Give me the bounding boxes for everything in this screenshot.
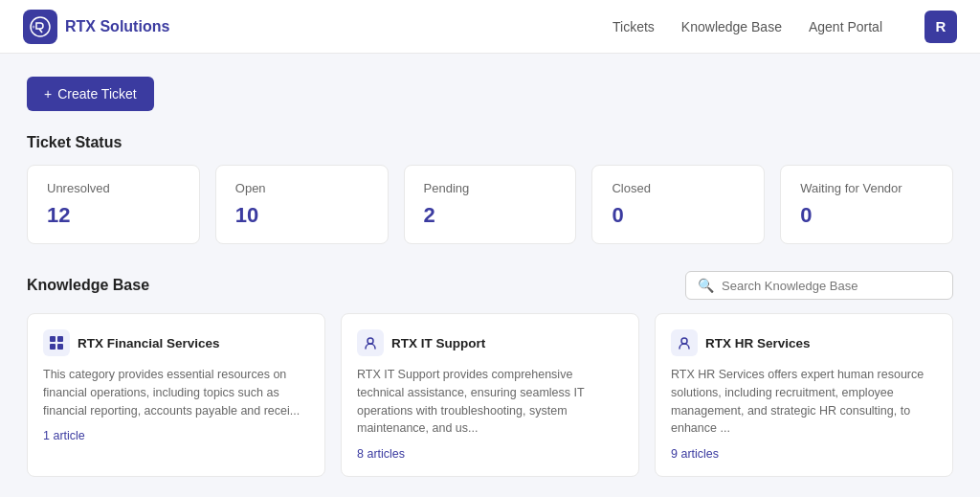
status-label-closed: Closed bbox=[612, 181, 745, 195]
svg-point-6 bbox=[368, 338, 373, 344]
kb-search-input[interactable] bbox=[722, 279, 941, 293]
knowledge-base-section: Knowledge Base 🔍 bbox=[27, 271, 953, 477]
main-content: + Create Ticket Ticket Status Unresolved… bbox=[0, 54, 980, 497]
logo-area: RTX Solutions bbox=[23, 10, 612, 44]
status-value-waiting: 0 bbox=[800, 203, 933, 228]
status-value-pending: 2 bbox=[424, 203, 557, 228]
header: RTX Solutions Tickets Knowledge Base Age… bbox=[0, 0, 980, 54]
plus-icon: + bbox=[44, 86, 52, 102]
kb-card-hr: RTX HR Services RTX HR Services offers e… bbox=[655, 313, 953, 477]
app-title: RTX Solutions bbox=[65, 18, 169, 35]
status-label-pending: Pending bbox=[424, 181, 557, 195]
svg-point-7 bbox=[681, 338, 687, 344]
kb-hr-desc: RTX HR Services offers expert human reso… bbox=[671, 366, 937, 438]
nav-knowledge-base[interactable]: Knowledge Base bbox=[681, 19, 782, 34]
kb-it-icon bbox=[357, 329, 384, 356]
kb-financial-articles[interactable]: 1 article bbox=[43, 429, 309, 442]
nav-tickets[interactable]: Tickets bbox=[612, 19, 655, 34]
status-card-closed: Closed 0 bbox=[591, 165, 765, 244]
status-card-unresolved: Unresolved 12 bbox=[27, 165, 200, 244]
create-ticket-label: Create Ticket bbox=[57, 86, 136, 102]
status-value-unresolved: 12 bbox=[47, 203, 180, 228]
svg-rect-3 bbox=[57, 336, 63, 342]
status-label-waiting: Waiting for Vendor bbox=[800, 181, 933, 195]
status-value-open: 10 bbox=[235, 203, 368, 228]
kb-search-container: 🔍 bbox=[685, 271, 953, 300]
ticket-status-title: Ticket Status bbox=[27, 134, 953, 151]
kb-cards: RTX Financial Services This category pro… bbox=[27, 313, 953, 477]
status-cards: Unresolved 12 Open 10 Pending 2 Closed 0… bbox=[27, 165, 953, 244]
ticket-status-section: Ticket Status Unresolved 12 Open 10 Pend… bbox=[27, 134, 953, 244]
kb-card-it-header: RTX IT Support bbox=[357, 329, 623, 356]
kb-title: Knowledge Base bbox=[27, 277, 685, 294]
svg-rect-2 bbox=[50, 336, 56, 342]
kb-header: Knowledge Base 🔍 bbox=[27, 271, 953, 300]
kb-card-hr-header: RTX HR Services bbox=[671, 329, 937, 356]
svg-point-1 bbox=[33, 25, 35, 28]
nav-agent-portal[interactable]: Agent Portal bbox=[809, 19, 882, 34]
kb-it-name: RTX IT Support bbox=[391, 336, 485, 350]
kb-financial-name: RTX Financial Services bbox=[78, 336, 220, 350]
kb-it-articles[interactable]: 8 articles bbox=[357, 447, 623, 461]
status-card-pending: Pending 2 bbox=[404, 165, 577, 244]
kb-hr-icon bbox=[671, 329, 698, 356]
kb-financial-icon bbox=[43, 329, 70, 356]
logo-icon bbox=[23, 10, 57, 44]
status-card-open: Open 10 bbox=[215, 165, 389, 244]
create-ticket-button[interactable]: + Create Ticket bbox=[27, 77, 154, 111]
kb-it-desc: RTX IT Support provides comprehensive te… bbox=[357, 366, 623, 438]
status-card-waiting: Waiting for Vendor 0 bbox=[780, 165, 953, 244]
kb-hr-articles[interactable]: 9 articles bbox=[671, 447, 937, 461]
status-label-unresolved: Unresolved bbox=[47, 181, 180, 195]
kb-hr-name: RTX HR Services bbox=[705, 336, 811, 350]
svg-rect-4 bbox=[50, 344, 56, 350]
nav: Tickets Knowledge Base Agent Portal R bbox=[612, 11, 957, 43]
avatar[interactable]: R bbox=[924, 11, 957, 43]
kb-card-it-support: RTX IT Support RTX IT Support provides c… bbox=[341, 313, 639, 477]
svg-rect-5 bbox=[57, 344, 63, 350]
search-icon: 🔍 bbox=[698, 278, 714, 293]
kb-financial-desc: This category provides essential resourc… bbox=[43, 366, 309, 419]
kb-card-financial-header: RTX Financial Services bbox=[43, 329, 309, 356]
kb-card-financial: RTX Financial Services This category pro… bbox=[27, 313, 325, 477]
status-value-closed: 0 bbox=[612, 203, 745, 228]
status-label-open: Open bbox=[235, 181, 368, 195]
